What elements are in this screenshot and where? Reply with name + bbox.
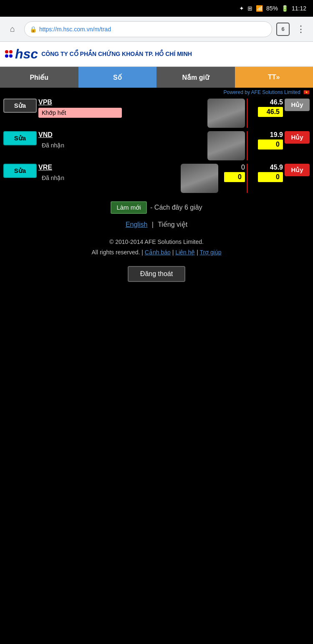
order-row-vnd: Sửa VND Đã nhận 19.9 0 Hủy xyxy=(0,129,313,162)
hsc-header: hsc CÔNG TY CỔ PHẦN CHỨNG KHOÁN TP. HỒ C… xyxy=(0,42,313,67)
cancel-button-vnd[interactable]: Hủy xyxy=(285,131,310,144)
tab-phieu[interactable]: Phiếu xyxy=(0,67,78,88)
refresh-time: - Cách đây 6 giây xyxy=(150,204,202,211)
logo-dot-1 xyxy=(5,50,8,53)
cancel-area-vre: Hủy xyxy=(285,164,310,193)
order-row-vpb: Sửa VPB Khớp hết 46.5 46.5 Hủy xyxy=(0,97,313,129)
order-info-vre: VRE Đã nhận xyxy=(38,164,179,193)
red-line-vnd xyxy=(247,131,248,160)
cancel-button-vre[interactable]: Hủy xyxy=(285,164,310,176)
qty-value-vre: 0 xyxy=(241,164,245,171)
cancel-area-vnd: Hủy xyxy=(285,131,310,160)
url-text: https://m.hsc.com.vn/m/trad xyxy=(39,26,111,33)
order-left-vpb: Sửa xyxy=(3,99,37,128)
refresh-button[interactable]: Làm mới xyxy=(111,201,146,214)
lang-separator: | xyxy=(152,221,154,228)
logo-dot-4 xyxy=(9,54,13,58)
order-row-vre: Sửa VRE Đã nhận 0 0 45.9 0 Hủy xyxy=(0,162,313,195)
logo-dot-3 xyxy=(5,54,8,58)
footer-copyright: © 2010-2014 AFE Solutions Limited. xyxy=(0,237,313,247)
price-col-vre: 45.9 0 xyxy=(250,164,283,193)
time: 11:12 xyxy=(292,5,306,12)
blurred-col-vre xyxy=(181,164,218,193)
more-button[interactable]: ⋮ xyxy=(294,24,308,35)
stock-name-vre[interactable]: VRE xyxy=(38,164,179,171)
language-section: English | Tiếng việt xyxy=(0,217,313,232)
signal-icon: ⊞ xyxy=(247,5,252,12)
blurred-col-vnd xyxy=(207,131,245,160)
hsc-logo: hsc xyxy=(5,46,38,62)
cancel-button-vpb[interactable]: Hủy xyxy=(285,99,310,111)
logout-section: Đăng thoát xyxy=(0,261,313,287)
price-box-vre: 0 xyxy=(258,172,283,182)
browser-bar: ⌂ 🔒 https://m.hsc.com.vn/m/trad 6 ⋮ xyxy=(0,17,313,42)
footer-link-tro-giup[interactable]: Trợ giúp xyxy=(199,249,221,256)
price-value-vpb: 46.5 xyxy=(270,99,283,106)
blurred-col-vpb xyxy=(207,99,245,128)
price-col-vpb: 46.5 46.5 xyxy=(250,99,283,128)
edit-button-vpb[interactable]: Sửa xyxy=(3,99,37,113)
order-status-vnd: Đã nhận xyxy=(38,140,122,150)
address-bar[interactable]: 🔒 https://m.hsc.com.vn/m/trad xyxy=(24,21,272,37)
order-info-vpb: VPB Khớp hết xyxy=(38,99,206,128)
battery-icon: 🔋 xyxy=(281,5,288,12)
home-button[interactable]: ⌂ xyxy=(5,22,20,37)
tab-count[interactable]: 6 xyxy=(276,23,290,36)
qty-box-vre: 0 xyxy=(224,172,245,182)
company-name: CÔNG TY CỔ PHẦN CHỨNG KHOÁN TP. HỒ CHÍ M… xyxy=(41,50,192,58)
stock-name-vpb[interactable]: VPB xyxy=(38,99,206,106)
footer-link-canh-bao[interactable]: Cảnh báo xyxy=(145,249,171,256)
edit-button-vre[interactable]: Sửa xyxy=(3,164,37,178)
order-status-vpb: Khớp hết xyxy=(38,108,122,118)
main-content: Powered by AFE Solutions Limited 🇻🇳 Sửa … xyxy=(0,88,313,287)
price-value-vnd: 19.9 xyxy=(270,131,283,139)
order-status-vre: Đã nhận xyxy=(38,173,122,183)
price-box-vnd: 0 xyxy=(258,139,283,150)
red-line-vre xyxy=(247,164,248,193)
flag-icon: 🇻🇳 xyxy=(303,89,310,95)
price-col-vnd: 19.9 0 xyxy=(250,131,283,160)
red-line-vpb xyxy=(247,99,248,128)
tab-so[interactable]: Số xyxy=(78,67,157,88)
bluetooth-icon: ✦ xyxy=(239,5,244,12)
hsc-logo-text: hsc xyxy=(15,46,38,62)
wifi-icon: 📶 xyxy=(256,5,263,12)
footer-sep1: | xyxy=(141,249,145,256)
order-info-vnd: VND Đã nhận xyxy=(38,131,206,160)
nav-tabs: Phiếu Số Nắm giữ TT» xyxy=(0,67,313,88)
footer: © 2010-2014 AFE Solutions Limited. All r… xyxy=(0,232,313,261)
lock-icon: 🔒 xyxy=(30,26,37,33)
status-bar: ✦ ⊞ 📶 85% 🔋 11:12 xyxy=(0,0,313,17)
tab-tt[interactable]: TT» xyxy=(235,67,313,88)
edit-button-vnd[interactable]: Sửa xyxy=(3,131,37,145)
battery-level: 85% xyxy=(266,5,278,12)
order-left-vre: Sửa xyxy=(3,164,37,193)
price-value-vre: 45.9 xyxy=(270,164,283,171)
footer-link-lien-he[interactable]: Liên hệ xyxy=(175,249,195,256)
refresh-section: Làm mới - Cách đây 6 giây xyxy=(0,195,313,217)
logo-dots xyxy=(5,50,13,58)
cancel-area-vpb: Hủy xyxy=(285,99,310,128)
footer-rights: All rights reserved. | Cảnh báo | Liên h… xyxy=(0,247,313,258)
qty-col-vre: 0 0 xyxy=(220,164,245,193)
english-link[interactable]: English xyxy=(126,221,147,228)
tab-nam-giu[interactable]: Nắm giữ xyxy=(156,67,235,88)
logo-dot-2 xyxy=(9,50,13,53)
stock-name-vnd[interactable]: VND xyxy=(38,131,206,139)
order-left-vnd: Sửa xyxy=(3,131,37,160)
powered-by: Powered by AFE Solutions Limited 🇻🇳 xyxy=(0,88,313,97)
logout-button[interactable]: Đăng thoát xyxy=(128,266,185,282)
price-box-vpb: 46.5 xyxy=(258,107,283,117)
vietnamese-link[interactable]: Tiếng việt xyxy=(158,221,187,228)
